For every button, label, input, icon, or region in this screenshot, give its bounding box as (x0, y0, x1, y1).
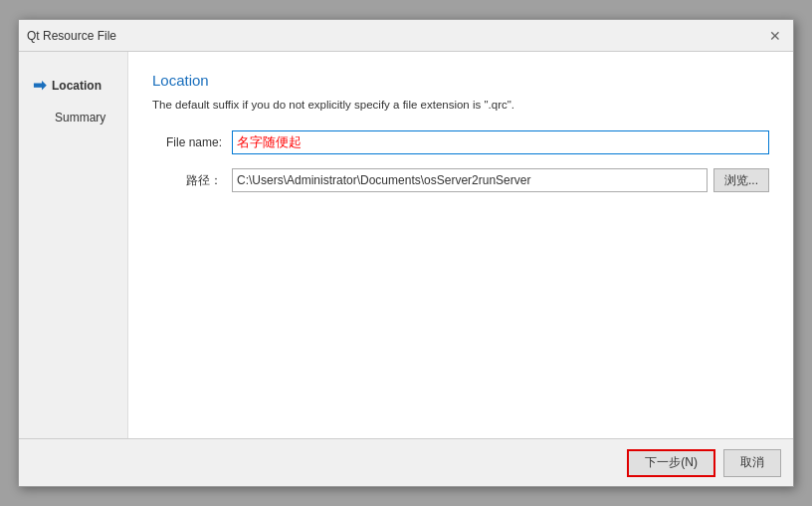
sidebar-item-summary[interactable]: Summary (27, 107, 119, 128)
sidebar-label-summary: Summary (55, 111, 105, 125)
file-name-row: File name: (152, 130, 769, 154)
main-content: Location The default suffix if you do no… (128, 52, 793, 438)
path-label: 路径： (152, 172, 232, 189)
dialog: Qt Resource File ✕ ➡ Location Summary Lo… (18, 19, 794, 487)
close-button[interactable]: ✕ (765, 26, 785, 46)
footer: 下一步(N) 取消 (19, 438, 793, 486)
arrow-icon: ➡ (33, 76, 46, 95)
sidebar: ➡ Location Summary (19, 52, 128, 438)
dialog-title: Qt Resource File (27, 29, 116, 43)
cancel-button[interactable]: 取消 (723, 449, 781, 477)
browse-button[interactable]: 浏览... (713, 168, 769, 192)
path-input[interactable] (232, 168, 708, 192)
description-text: The default suffix if you do not explici… (152, 99, 769, 111)
path-input-group: 浏览... (232, 168, 769, 192)
sidebar-label-location: Location (52, 79, 102, 93)
file-name-input[interactable] (232, 130, 769, 154)
path-row: 路径： 浏览... (152, 168, 769, 192)
close-icon: ✕ (769, 28, 781, 44)
file-name-label: File name: (152, 135, 232, 149)
sidebar-item-location[interactable]: ➡ Location (27, 72, 119, 99)
section-title: Location (152, 72, 769, 89)
dialog-body: ➡ Location Summary Location The default … (19, 52, 793, 438)
next-button[interactable]: 下一步(N) (627, 449, 715, 477)
title-bar: Qt Resource File ✕ (19, 20, 793, 52)
